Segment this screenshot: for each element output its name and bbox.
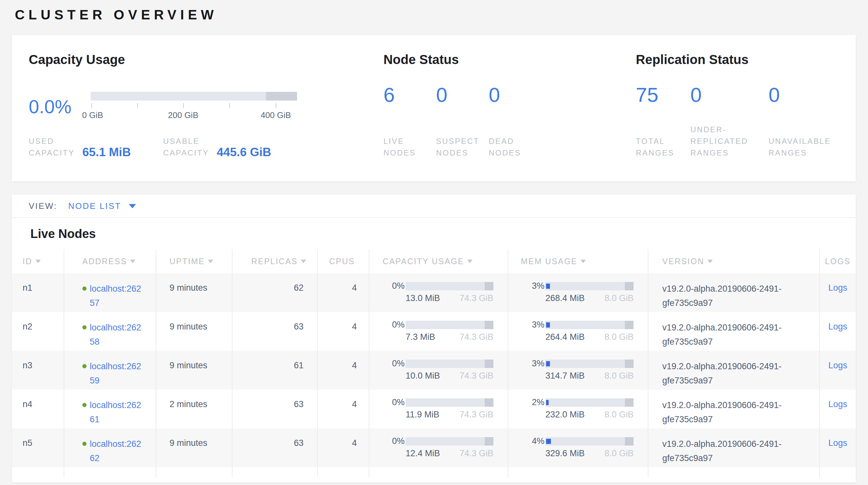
column-header-capacity-usage[interactable]: CAPACITY USAGE <box>369 249 507 273</box>
live-nodes-label: LIVE NODES <box>383 136 429 159</box>
capacity-used-percent: 0.0% <box>29 97 91 116</box>
mem-usage-cell: 3% 314.7 MiB8.0 GiB <box>507 351 648 390</box>
node-id: n5 <box>12 428 64 467</box>
axis-tick <box>229 103 230 108</box>
empty-cell <box>648 467 819 477</box>
mem-total-value: 8.0 GiB <box>604 371 633 381</box>
mem-usage-cell: 3% 264.4 MiB8.0 GiB <box>507 312 648 351</box>
column-header-replicas[interactable]: REPLICAS <box>232 249 317 273</box>
column-header-uptime[interactable]: UPTIME <box>156 249 232 273</box>
node-address-link[interactable]: localhost:26258 <box>90 320 141 349</box>
sort-caret-icon <box>581 260 586 263</box>
mem-percent: 3% <box>532 281 543 291</box>
under-replicated-ranges-stat: 0 UNDER-REPLICATED RANGES <box>690 66 759 159</box>
axis-tick <box>137 103 138 108</box>
suspect-nodes-value: 0 <box>436 85 482 105</box>
node-address-link[interactable]: localhost:26259 <box>90 359 141 388</box>
node-version: v19.2.0-alpha.20190606-2491-gfe735c9a97 <box>648 312 819 351</box>
unavailable-ranges-label: UNAVAILABLE RANGES <box>769 136 843 159</box>
axis-tick <box>276 103 276 108</box>
empty-cell <box>156 467 232 477</box>
capacity-bar <box>91 92 297 101</box>
logs-link[interactable]: Logs <box>828 322 847 332</box>
mem-percent: 3% <box>532 320 543 330</box>
node-replicas: 62 <box>232 273 317 312</box>
replication-status-title: Replication Status <box>636 52 843 66</box>
capacity-percent: 0% <box>392 320 403 330</box>
capacity-used-value: 7.3 MiB <box>406 332 435 342</box>
node-cpus: 4 <box>317 312 369 351</box>
column-header-version[interactable]: VERSION <box>648 249 819 273</box>
capacity-bar <box>406 360 493 368</box>
table-header: ID ADDRESS UPTIME REPLICAS CPUS CAPACITY… <box>12 249 856 273</box>
unavailable-ranges-value: 0 <box>769 85 843 105</box>
capacity-usage-cell: 0% 12.4 MiB74.3 GiB <box>369 428 507 467</box>
table-row-partial <box>12 467 856 477</box>
node-version: v19.2.0-alpha.20190606-2491-gfe735c9a97 <box>648 273 819 312</box>
empty-cell <box>507 467 648 477</box>
live-status-dot <box>82 325 87 330</box>
capacity-bar <box>406 282 493 290</box>
sort-caret-icon <box>208 260 213 263</box>
table-row: n5 localhost:26262 9 minutes 63 4 0% 12.… <box>12 428 856 467</box>
node-replicas: 63 <box>232 312 317 351</box>
axis-label-400: 400 GiB <box>260 110 291 120</box>
node-replicas: 61 <box>232 351 317 390</box>
column-header-address[interactable]: ADDRESS <box>64 249 156 273</box>
node-replicas: 63 <box>232 390 317 428</box>
node-address-cell: localhost:26261 <box>64 390 156 428</box>
view-dropdown[interactable]: NODE LIST <box>68 201 136 211</box>
node-uptime: 2 minutes <box>156 390 232 428</box>
axis-tick <box>91 103 92 108</box>
capacity-used-value: 13.0 MiB <box>406 293 440 303</box>
node-uptime: 9 minutes <box>156 273 232 312</box>
under-replicated-ranges-label: UNDER-REPLICATED RANGES <box>690 124 759 159</box>
logs-link[interactable]: Logs <box>828 438 847 448</box>
node-address-link[interactable]: localhost:26262 <box>90 437 141 465</box>
unavailable-ranges-stat: 0 UNAVAILABLE RANGES <box>769 66 843 159</box>
capacity-used-value: 12.4 MiB <box>406 449 440 458</box>
logs-link[interactable]: Logs <box>828 361 847 370</box>
table-row: n4 localhost:26261 2 minutes 63 4 0% 11.… <box>12 390 856 428</box>
empty-cell <box>317 467 369 477</box>
mem-reserved-bar <box>625 282 633 290</box>
mem-total-value: 8.0 GiB <box>604 410 633 420</box>
mem-total-value: 8.0 GiB <box>604 449 633 458</box>
capacity-percent: 0% <box>392 359 403 369</box>
mem-total-value: 8.0 GiB <box>604 332 633 342</box>
logs-link[interactable]: Logs <box>828 399 847 409</box>
empty-cell <box>232 467 317 477</box>
usable-capacity-label: USABLE CAPACITY <box>163 136 214 159</box>
capacity-total-value: 74.3 GiB <box>460 371 493 381</box>
mem-bar <box>546 360 633 368</box>
cluster-summary-card: Capacity Usage 0.0% 0 GiB 200 GiB 400 Gi… <box>12 35 856 181</box>
node-address-link[interactable]: localhost:26257 <box>90 282 141 310</box>
total-ranges-label: TOTAL RANGES <box>636 136 679 159</box>
table-row: n1 localhost:26257 9 minutes 62 4 0% 13.… <box>12 273 856 312</box>
mem-used-bar <box>546 284 550 289</box>
node-version: v19.2.0-alpha.20190606-2491-gfe735c9a97 <box>648 390 819 428</box>
suspect-nodes-label: SUSPECT NODES <box>436 136 482 159</box>
capacity-used-value: 10.0 MiB <box>406 371 440 381</box>
view-label: VIEW: <box>29 201 57 211</box>
logs-link[interactable]: Logs <box>828 283 847 293</box>
mem-used-value: 329.6 MiB <box>546 449 585 458</box>
node-address-link[interactable]: localhost:26261 <box>90 398 141 426</box>
capacity-usage-cell: 0% 7.3 MiB74.3 GiB <box>369 312 507 351</box>
logs-cell: Logs <box>819 351 856 390</box>
under-replicated-ranges-value: 0 <box>690 85 759 105</box>
sort-caret-icon <box>35 260 41 263</box>
live-status-dot <box>82 403 87 407</box>
mem-used-bar <box>546 361 550 366</box>
axis-label-200: 200 GiB <box>168 110 198 120</box>
column-header-mem-usage[interactable]: MEM USAGE <box>507 249 648 273</box>
mem-bar <box>546 321 633 329</box>
node-replicas: 63 <box>232 428 317 467</box>
capacity-total-value: 74.3 GiB <box>460 410 493 420</box>
view-selector-bar: VIEW: NODE LIST <box>12 195 856 218</box>
capacity-bar-reserved-segment <box>266 92 297 101</box>
column-header-id[interactable]: ID <box>12 249 64 273</box>
logs-cell: Logs <box>819 428 856 467</box>
usable-capacity-stat: USABLE CAPACITY 445.6 GiB <box>163 136 271 159</box>
axis-label-0: 0 GiB <box>82 110 103 120</box>
